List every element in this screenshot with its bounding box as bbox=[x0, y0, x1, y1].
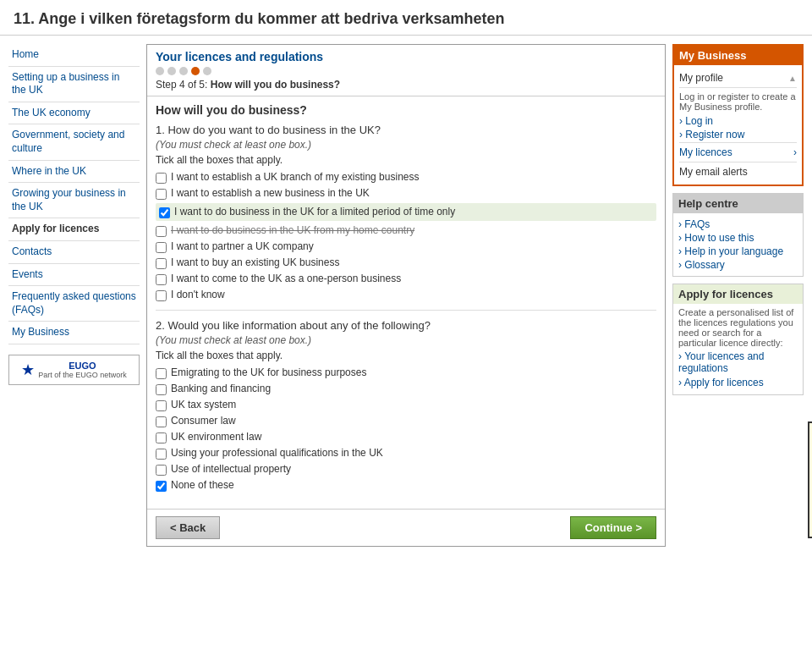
question1-label: 1. How do you want to do business in the… bbox=[156, 124, 656, 136]
eugo-label: Part of the EUGO network bbox=[38, 371, 127, 379]
log-in-link[interactable]: Log in bbox=[679, 115, 797, 127]
checkbox-cq6-label: Using your professional qualifications i… bbox=[171, 447, 383, 459]
checkbox-cb4-label: I want to do business in the UK from my … bbox=[171, 224, 414, 236]
help-centre-header: Help centre bbox=[673, 194, 803, 213]
my-profile-row[interactable]: My profile ▲ bbox=[679, 69, 797, 88]
checkbox-item-cb8: I don't know bbox=[156, 289, 656, 301]
my-business-box: My Business My profile ▲ Log in or regis… bbox=[672, 44, 804, 186]
question1-title: How will you do business? bbox=[156, 103, 656, 117]
checkbox-cq6[interactable] bbox=[156, 449, 167, 460]
checkbox-item-cb2: I want to establish a new business in th… bbox=[156, 187, 656, 200]
sidebar-item-events[interactable]: Events bbox=[8, 264, 140, 287]
checkbox-item-cq4: Consumer law bbox=[156, 415, 656, 427]
checkbox-item-cq7: Use of intellectual property bbox=[156, 463, 656, 476]
step-question: How will you do business? bbox=[211, 79, 340, 91]
checkbox-cb2-label: I want to establish a new business in th… bbox=[171, 187, 370, 199]
sidebar-item-faqs[interactable]: Frequently asked questions (FAQs) bbox=[8, 286, 140, 322]
checkbox-cq1[interactable] bbox=[156, 368, 167, 379]
checkbox-item-cb7: I want to come to the UK as a one-person… bbox=[156, 273, 656, 285]
help-centre-box: Help centre FAQs How to use this Help in… bbox=[672, 193, 804, 277]
help-link-glossary[interactable]: Glossary bbox=[678, 259, 798, 271]
step-dot-2 bbox=[167, 67, 176, 75]
right-sidebar: My Business My profile ▲ Log in or regis… bbox=[672, 44, 804, 547]
checkbox-cq3-label: UK tax system bbox=[171, 399, 236, 410]
checkbox-item-cq3: UK tax system bbox=[156, 399, 656, 411]
checkbox-cb3[interactable] bbox=[159, 207, 170, 218]
chevron-right-icon: › bbox=[793, 146, 797, 158]
continue-button[interactable]: Continue > bbox=[570, 516, 656, 539]
checkbox-cq2[interactable] bbox=[156, 384, 167, 395]
register-link[interactable]: Register now bbox=[679, 129, 797, 140]
checkbox-cq3[interactable] bbox=[156, 400, 167, 411]
step-dot-3 bbox=[179, 67, 188, 75]
step-dot-1 bbox=[156, 67, 164, 75]
checkbox-item-cq5: UK environment law bbox=[156, 431, 656, 443]
sidebar-item-home[interactable]: Home bbox=[8, 44, 140, 67]
must-check-1: (You must check at least one box.) bbox=[156, 139, 656, 151]
sidebar-item-uk-economy[interactable]: The UK economy bbox=[8, 102, 140, 125]
checkbox-cb2[interactable] bbox=[156, 189, 167, 200]
sidebar-item-setting-up[interactable]: Setting up a business in the UK bbox=[8, 67, 140, 102]
my-licences-row[interactable]: My licences › bbox=[679, 142, 797, 162]
my-profile-label: My profile bbox=[679, 72, 723, 84]
checkbox-cb1[interactable] bbox=[156, 173, 167, 184]
checkbox-cb7[interactable] bbox=[156, 274, 167, 285]
checkbox-cb7-label: I want to come to the UK as a one-person… bbox=[171, 273, 401, 284]
help-link-how[interactable]: How to use this bbox=[678, 232, 798, 244]
my-licences-label: My licences bbox=[679, 146, 732, 158]
checkbox-item-cq2: Banking and financing bbox=[156, 383, 656, 395]
checkbox-cb6[interactable] bbox=[156, 258, 167, 269]
checkbox-item-cq6: Using your professional qualifications i… bbox=[156, 447, 656, 460]
apply-licences-desc: Create a personalised list of the licenc… bbox=[678, 307, 798, 348]
checkbox-item-cq8: None of these bbox=[156, 479, 656, 492]
checkbox-cb6-label: I want to buy an existing UK business bbox=[171, 256, 339, 268]
center-header-title: Your licences and regulations bbox=[156, 50, 656, 63]
step-dot-4 bbox=[191, 67, 200, 75]
checkbox-cq7-label: Use of intellectual property bbox=[171, 463, 291, 475]
checkbox-item-cb6: I want to buy an existing UK business bbox=[156, 256, 656, 269]
sidebar-item-apply-licences[interactable]: Apply for licences bbox=[8, 218, 140, 241]
my-email-alerts[interactable]: My email alerts bbox=[679, 162, 797, 181]
checkbox-item-cb3: I want to do business in the UK for a li… bbox=[156, 203, 656, 221]
eugo-badge: ★ EUGO Part of the EUGO network bbox=[8, 355, 140, 385]
tick-instruction-1: Tick all the boxes that apply. bbox=[156, 154, 656, 166]
sidebar-item-contacts[interactable]: Contacts bbox=[8, 241, 140, 264]
checkbox-cb8-label: I don't know bbox=[171, 289, 225, 300]
checkbox-cq1-label: Emigrating to the UK for business purpos… bbox=[171, 366, 366, 378]
checkbox-cb1-label: I want to establish a UK branch of my ex… bbox=[171, 171, 419, 183]
help-link-faqs[interactable]: FAQs bbox=[678, 218, 798, 230]
checkbox-cb4[interactable] bbox=[156, 226, 167, 237]
checkbox-cb5-label: I want to partner a UK company bbox=[171, 240, 314, 252]
checkbox-cq5[interactable] bbox=[156, 432, 167, 443]
sidebar-item-government[interactable]: Government, society and culture bbox=[8, 124, 140, 160]
step-dot-5 bbox=[203, 67, 211, 75]
page-title: 11. Ange i vilken företagsform du kommer… bbox=[0, 0, 812, 36]
checkbox-cq4-label: Consumer law bbox=[171, 415, 236, 427]
checkbox-item-cb5: I want to partner a UK company bbox=[156, 240, 656, 253]
checkbox-item-cq1: Emigrating to the UK for business purpos… bbox=[156, 366, 656, 379]
step-label: Step 4 of 5: bbox=[156, 79, 207, 91]
sidebar-item-my-business[interactable]: My Business bbox=[8, 322, 140, 344]
apply-licences-link-1[interactable]: Your licences and regulations bbox=[678, 350, 798, 374]
checkbox-item-cb1: I want to establish a UK branch of my ex… bbox=[156, 171, 656, 184]
apply-licences-header: Apply for licences bbox=[673, 284, 803, 304]
apply-licences-box: Apply for licences Create a personalised… bbox=[672, 284, 804, 395]
checkbox-item-cb4: I want to do business in the UK from my … bbox=[156, 224, 656, 237]
sidebar-item-where-uk[interactable]: Where in the UK bbox=[8, 161, 140, 184]
checkbox-cq8[interactable] bbox=[156, 481, 167, 492]
chevron-up-icon: ▲ bbox=[788, 74, 797, 83]
checkbox-cq4[interactable] bbox=[156, 416, 167, 427]
back-button[interactable]: < Back bbox=[156, 516, 220, 539]
apply-licences-link-2[interactable]: Apply for licences bbox=[678, 377, 798, 388]
checkbox-cb3-label: I want to do business in the UK for a li… bbox=[174, 206, 455, 218]
checkbox-cb5[interactable] bbox=[156, 242, 167, 253]
checkbox-cq2-label: Banking and financing bbox=[171, 383, 271, 394]
checkbox-cq8-label: None of these bbox=[171, 479, 234, 491]
help-link-language[interactable]: Help in your language bbox=[678, 245, 798, 257]
checkbox-cb8[interactable] bbox=[156, 290, 167, 301]
sidebar: Home Setting up a business in the UK The… bbox=[8, 44, 140, 547]
center-panel: Your licences and regulations Step 4 of … bbox=[146, 44, 666, 547]
checkbox-cq7[interactable] bbox=[156, 465, 167, 476]
sidebar-item-growing[interactable]: Growing your business in the UK bbox=[8, 183, 140, 218]
tick-instruction-2: Tick all the boxes that apply. bbox=[156, 350, 656, 361]
